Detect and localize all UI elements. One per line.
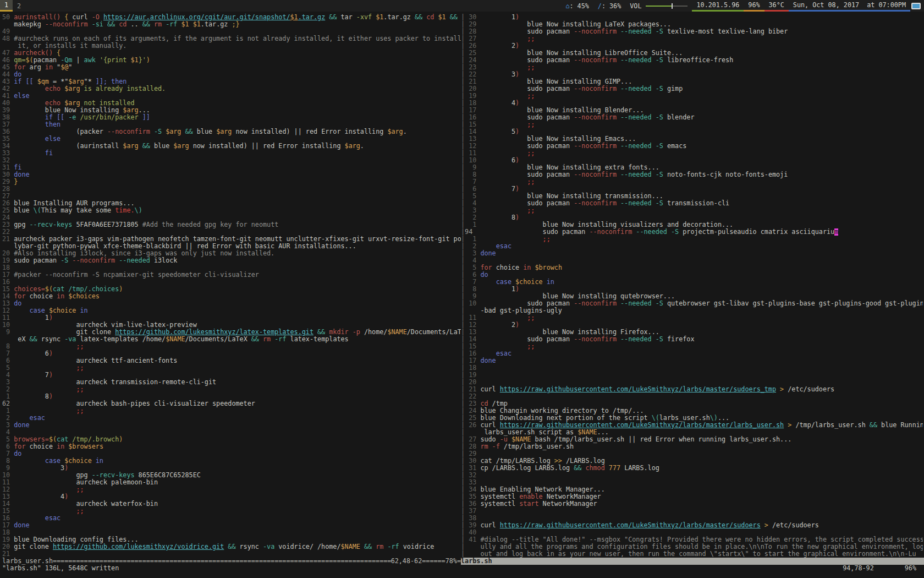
code-text: --recv-keys bbox=[30, 221, 76, 228]
code-text: $browsers bbox=[68, 443, 103, 450]
code-text: > bbox=[780, 386, 788, 393]
editor-row: 50 aurinstall() { curl -O https://aur.ar… bbox=[2, 14, 924, 21]
editor-row: 6 aurcheck ttf-ancient-fonts| 17 done bbox=[2, 357, 924, 364]
line-number: 29 bbox=[465, 21, 480, 28]
code-text: aurcheck packer i3-gaps vim-pathogen neo… bbox=[14, 236, 461, 243]
left-pane-row: 4 bbox=[2, 429, 461, 436]
editor-row: makepkg --noconfirm -si && cd .. && rm -… bbox=[2, 21, 924, 28]
code-text: gpg bbox=[14, 472, 91, 479]
line-number: 21 bbox=[2, 550, 14, 558]
code-text: arg bbox=[30, 64, 45, 71]
code-text: do bbox=[480, 271, 488, 279]
code-text: noto-fonts-cjk noto-fonts-emoji bbox=[667, 171, 788, 178]
code-text: git clone bbox=[14, 329, 115, 336]
code-text bbox=[480, 35, 527, 42]
code-text: for bbox=[14, 293, 29, 300]
line-number: 16 bbox=[2, 279, 14, 286]
code-text: --noconfirm bbox=[574, 300, 620, 307]
code-text: -va bbox=[64, 336, 80, 343]
editor-row: 11 1)| 11 ;; bbox=[2, 314, 924, 321]
code-text: $arg bbox=[345, 143, 360, 150]
code-text: done bbox=[480, 250, 496, 257]
code-text: else bbox=[45, 135, 61, 143]
line-number: 94 bbox=[465, 228, 480, 236]
code-text: $arg bbox=[64, 85, 84, 92]
editor-row: 36 (packer --noconfirm -S $arg && blue $… bbox=[2, 128, 924, 135]
line-number: 7 bbox=[465, 178, 480, 186]
code-text: fi bbox=[14, 164, 21, 171]
code-text: ;; bbox=[527, 64, 535, 71]
line-number: 32 bbox=[2, 157, 14, 164]
code-text: https://github.com/lukesmithxyz/latex-te… bbox=[115, 329, 314, 336]
code-text: --noconfirm bbox=[45, 21, 92, 28]
display-icon bbox=[911, 3, 921, 9]
datetime: Sun, Oct 08, 2017 at 07:00PM bbox=[789, 0, 910, 12]
right-pane-row: | 4 bbox=[461, 257, 923, 264]
editor-row: 30 done| 8 sudo pacman --noconfirm --nee… bbox=[2, 171, 924, 178]
right-pane-row: | 27 ;; bbox=[461, 35, 923, 42]
code-text: blue Now installing LaTeX packages... bbox=[480, 21, 671, 28]
left-pane-row: 40 echo $arg not installed bbox=[2, 100, 461, 107]
left-pane-row: 15 ;; bbox=[2, 508, 461, 515]
line-number: 19 bbox=[2, 257, 14, 264]
left-pane-row: 11 aurcheck palemoon-bin bbox=[2, 479, 461, 486]
code-text: $( bbox=[49, 436, 57, 443]
code-text: git clone bbox=[14, 543, 53, 550]
line-number: 18 bbox=[2, 264, 14, 271]
line-number: 29 bbox=[2, 178, 14, 186]
code-text: $@ bbox=[61, 64, 68, 71]
code-text bbox=[480, 243, 496, 250]
code-text: ;; bbox=[527, 314, 535, 321]
code-text: rm bbox=[154, 21, 166, 28]
code-text: 5 bbox=[480, 128, 515, 135]
code-text: blue bbox=[197, 128, 216, 135]
code-text: $qm bbox=[37, 78, 49, 85]
code-text: && bbox=[224, 543, 239, 550]
code-text bbox=[14, 415, 29, 422]
right-pane-row: | 28 rm -f /tmp/larbs_user.sh bbox=[461, 443, 923, 450]
code-text: sudo pacman bbox=[480, 171, 574, 178]
right-pane-row: | 29 blue Now installing LaTeX packages.… bbox=[461, 21, 923, 28]
left-pane-row: 1 8) bbox=[2, 393, 461, 400]
cursor-ruler: 94,78-92 bbox=[843, 565, 874, 572]
editor-row: 12 case $choice in| -bad gst-plugins-ugl… bbox=[2, 307, 924, 314]
code-text: $( bbox=[25, 57, 33, 64]
line-number: 12 bbox=[465, 321, 480, 329]
root-slash-icon: / bbox=[598, 2, 602, 10]
code-text bbox=[14, 85, 45, 92]
code-text: ) bbox=[49, 314, 53, 321]
line-number: 19 bbox=[2, 536, 14, 543]
workspace-button-2[interactable]: 2 bbox=[13, 0, 25, 12]
code-text: .tar.gz bbox=[201, 21, 232, 28]
code-text: chmod bbox=[585, 465, 608, 472]
code-text: -S bbox=[656, 114, 667, 121]
line-number: 27 bbox=[2, 193, 14, 200]
statusline-left-pos: 62,48-62 bbox=[391, 558, 422, 565]
line-number: 47 bbox=[2, 50, 14, 57]
code-text: $1 bbox=[376, 14, 383, 21]
code-text: do bbox=[14, 450, 21, 457]
code-text: for bbox=[14, 443, 29, 450]
code-text: cat bbox=[53, 286, 68, 293]
line-number: 7 bbox=[2, 350, 14, 357]
code-text bbox=[14, 100, 45, 107]
code-text: $1 bbox=[438, 14, 449, 21]
right-pane-row: | 16 esac bbox=[461, 350, 923, 357]
left-pane-row: 13 4) bbox=[2, 493, 461, 500]
code-text: $arg bbox=[68, 78, 84, 85]
line-number: 28 bbox=[465, 443, 480, 450]
right-pane-row: | 13 blue Now installing Emacs... bbox=[461, 135, 923, 143]
code-text: ;; bbox=[76, 386, 84, 393]
left-pane-row: 34 (aurinstall $arg && blue $arg now ins… bbox=[2, 143, 461, 150]
vim-editor[interactable]: 50 aurinstall() { curl -O https://aur.ar… bbox=[0, 12, 924, 578]
code-text: esac bbox=[496, 243, 512, 250]
left-pane-row: 35 else bbox=[2, 135, 461, 143]
volume-slider[interactable] bbox=[646, 0, 688, 12]
code-text: -S bbox=[656, 57, 667, 64]
code-text: && bbox=[450, 14, 458, 21]
right-pane-row: | 16 sudo pacman --noconfirm --needed -S… bbox=[461, 114, 923, 121]
code-text: https://raw.githubusercontent.com/LukeSm… bbox=[500, 522, 761, 529]
code-text: LARBS.log bbox=[624, 465, 659, 472]
workspace-button-1[interactable]: 1 bbox=[0, 0, 13, 12]
left-pane-row: 9 3) bbox=[2, 465, 461, 472]
